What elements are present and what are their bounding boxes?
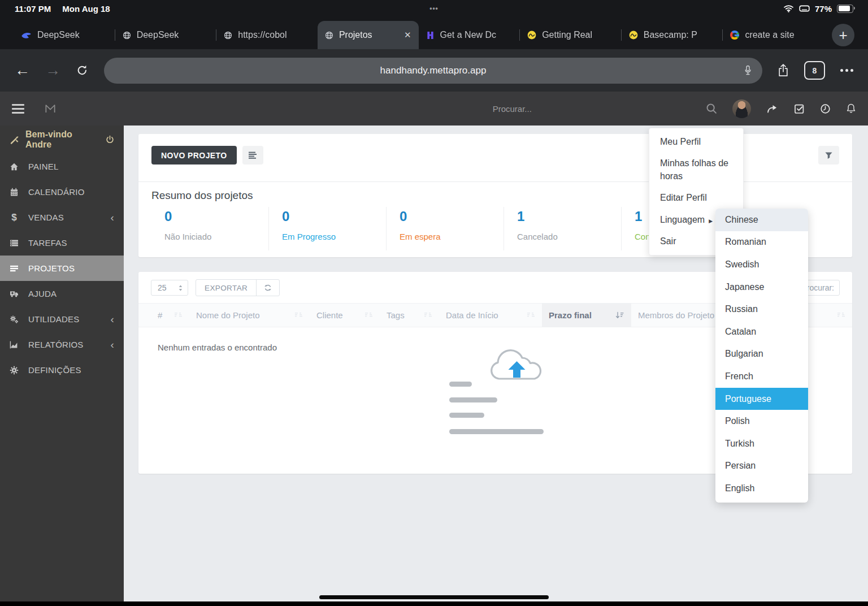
battery-percent: 77%: [815, 4, 832, 14]
home-indicator[interactable]: [319, 595, 549, 599]
history-clock-icon[interactable]: [820, 103, 831, 114]
global-search-input[interactable]: Procurar...: [493, 104, 532, 114]
logout-power-icon[interactable]: [106, 135, 114, 144]
welcome-text: Bem-vindo Andre: [25, 129, 99, 150]
new-tab-button[interactable]: +: [832, 24, 854, 46]
browser-tab[interactable]: Basecamp: P: [622, 21, 723, 49]
list-view-button[interactable]: [242, 146, 263, 165]
forward-button[interactable]: →: [45, 63, 60, 78]
sidebar-item-relatórios[interactable]: RELATÓRIOS‹: [0, 332, 124, 357]
language-option-portuguese[interactable]: Portuguese: [715, 388, 808, 410]
column-header[interactable]: Data de Início: [439, 304, 542, 327]
sidebar-item-utilidades[interactable]: UTILIDADES‹: [0, 306, 124, 332]
tasks-check-icon[interactable]: [794, 103, 805, 114]
menu-item-label: Sair: [660, 236, 676, 246]
language-option-persian[interactable]: Persian: [715, 455, 808, 478]
browser-tab[interactable]: DeepSeek: [115, 21, 216, 49]
column-header[interactable]: Cliente: [310, 304, 380, 327]
address-bar[interactable]: handhandy.mettapro.app: [104, 58, 762, 84]
menu-item-minhas-folhas-de-horas[interactable]: Minhas folhas de horas: [649, 153, 743, 187]
sidebar-item-definições[interactable]: DEFINIÇÕES: [0, 357, 124, 383]
share-icon[interactable]: [778, 63, 789, 77]
browser-tab[interactable]: https://cobol: [216, 21, 318, 49]
microphone-icon[interactable]: [744, 65, 752, 76]
sidebar-item-projetos[interactable]: PROJETOS: [0, 256, 124, 281]
browser-tab[interactable]: Projetos✕: [318, 21, 419, 49]
list-icon: [248, 151, 257, 159]
globe-icon: [123, 31, 131, 40]
page-size-select[interactable]: 25: [151, 280, 188, 296]
sort-icon: [295, 312, 302, 318]
placeholder-bar: [449, 397, 497, 402]
sidebar-item-calendário[interactable]: CALENDÁRIO: [0, 179, 124, 205]
sidebar-item-label: PROJETOS: [28, 263, 75, 273]
tab-switcher-button[interactable]: 8: [804, 61, 825, 80]
placeholder-bar: [449, 429, 544, 434]
tab-close-icon[interactable]: ✕: [404, 30, 411, 40]
refresh-button[interactable]: [256, 280, 279, 296]
sidebar-item-vendas[interactable]: $VENDAS‹: [0, 205, 124, 230]
menu-item-meu-perfil[interactable]: Meu Perfil: [649, 131, 743, 153]
language-option-turkish[interactable]: Turkish: [715, 432, 808, 455]
browser-tab[interactable]: Get a New Dc: [419, 21, 520, 49]
stat-value: 0: [164, 209, 268, 224]
column-header[interactable]: Tags: [380, 304, 439, 327]
notifications-bell-icon[interactable]: [846, 103, 856, 114]
redirect-icon[interactable]: [766, 104, 779, 114]
language-option-japanese[interactable]: Japanese: [715, 276, 808, 298]
search-icon[interactable]: [706, 103, 717, 114]
language-option-catalan[interactable]: Catalan: [715, 321, 808, 343]
new-project-button[interactable]: NOVO PROJETO: [151, 146, 237, 165]
language-option-russian[interactable]: Russian: [715, 298, 808, 321]
calendar-icon: [10, 188, 19, 197]
status-bar: 11:07 PM Mon Aug 18 ••• 77%: [0, 0, 868, 17]
filter-button[interactable]: [818, 146, 839, 165]
tab-title: https://cobol: [238, 30, 310, 40]
language-option-label: Catalan: [725, 327, 756, 337]
column-header[interactable]: Prazo final: [542, 304, 631, 327]
language-option-chinese[interactable]: Chinese: [715, 209, 808, 231]
sidebar-item-label: DEFINIÇÕES: [28, 365, 81, 375]
language-option-french[interactable]: French: [715, 365, 808, 388]
globe-icon: [325, 31, 333, 40]
sidebar-item-label: RELATÓRIOS: [28, 340, 84, 349]
hostinger-icon: [426, 31, 435, 40]
language-option-label: Russian: [725, 304, 758, 314]
column-header[interactable]: Nome do Projeto: [189, 304, 310, 327]
reload-icon[interactable]: [76, 64, 89, 77]
screen-bottom-edge: [0, 601, 868, 606]
stat-cancelado: 1Cancelado: [504, 207, 622, 250]
funnel-icon: [824, 152, 833, 159]
sidebar-item-ajuda[interactable]: AJUDA: [0, 281, 124, 306]
sidebar-nav: PAINELCALENDÁRIO$VENDAS‹TAREFASPROJETOSA…: [0, 154, 124, 383]
export-button[interactable]: EXPORTAR: [196, 280, 256, 296]
sidebar-toggle-icon[interactable]: [12, 104, 24, 114]
language-option-romanian[interactable]: Romanian: [715, 231, 808, 254]
tab-count: 8: [813, 66, 817, 75]
menu-item-editar-perfil[interactable]: Editar Perfil: [649, 187, 743, 209]
sidebar-item-painel[interactable]: PAINEL: [0, 154, 124, 179]
browser-tab[interactable]: DeepSeek: [14, 21, 115, 49]
sidebar-item-tarefas[interactable]: TAREFAS: [0, 230, 124, 256]
wifi-icon: [783, 5, 794, 12]
language-option-swedish[interactable]: Swedish: [715, 253, 808, 276]
stat-label: Cancelado: [517, 232, 621, 241]
browser-menu-icon[interactable]: [840, 69, 853, 72]
basecamp-icon: [527, 31, 536, 40]
language-option-label: Portuguese: [725, 394, 771, 404]
chart-icon: [10, 340, 19, 349]
stat-label: Não Iniciado: [164, 232, 268, 241]
language-option-english[interactable]: English: [715, 477, 808, 500]
language-option-polish[interactable]: Polish: [715, 410, 808, 432]
user-avatar[interactable]: [732, 99, 751, 118]
back-button[interactable]: ←: [15, 63, 30, 78]
column-header[interactable]: #: [138, 304, 189, 327]
tab-title: Basecamp: P: [644, 30, 715, 40]
projects-icon: [10, 264, 19, 273]
sidebar-item-label: AJUDA: [28, 289, 57, 298]
sidebar-item-label: PAINEL: [28, 162, 58, 171]
browser-tab[interactable]: create a site: [723, 21, 824, 49]
browser-tab-strip: DeepSeekDeepSeekhttps://cobolProjetos✕Ge…: [0, 17, 868, 49]
browser-tab[interactable]: Getting Real: [520, 21, 621, 49]
language-option-bulgarian[interactable]: Bulgarian: [715, 343, 808, 366]
